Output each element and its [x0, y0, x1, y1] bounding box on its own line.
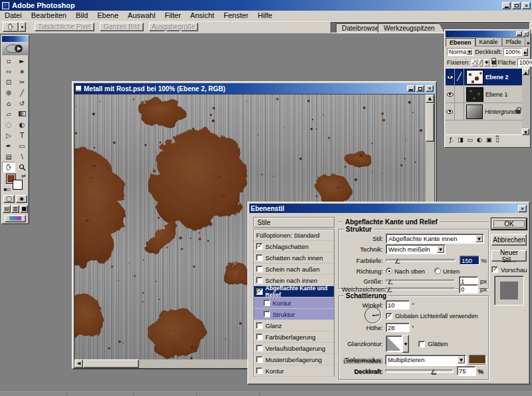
palette-minimize-button[interactable] — [516, 31, 522, 37]
zoom-tool[interactable] — [15, 162, 29, 172]
new-group-button[interactable]: ▭ — [467, 136, 473, 143]
brush-tool[interactable]: ╱ — [15, 87, 29, 98]
lock-pixels-button[interactable]: ╱ — [479, 59, 483, 67]
print-size-button[interactable]: Ausgabegröße — [149, 23, 198, 31]
menu-auswahl[interactable]: Auswahl — [123, 11, 160, 21]
menu-ansicht[interactable]: Ansicht — [186, 11, 219, 21]
fit-on-screen-button[interactable]: Ganzes Bild — [100, 23, 144, 31]
fullscreen-button[interactable]: ■ — [20, 205, 28, 213]
cancel-button[interactable]: Abbrechen — [491, 234, 527, 246]
layer-row-ebene2[interactable]: ╱ Ebene 2 — [446, 69, 523, 86]
hand-tool[interactable] — [2, 162, 15, 172]
menu-fenster[interactable]: Fenster — [219, 11, 253, 21]
layer-thumbnail[interactable] — [466, 104, 483, 119]
visibility-cell[interactable] — [446, 69, 455, 86]
palette-scrollbar[interactable]: ▲ ▼ — [522, 69, 529, 135]
standard-mode-button[interactable]: ◯ — [3, 195, 15, 203]
delete-layer-button[interactable]: ▯ — [495, 136, 499, 143]
maximize-button[interactable] — [512, 2, 521, 9]
clone-stamp-tool[interactable]: ⌂ — [2, 98, 15, 108]
layer-row-ebene1[interactable]: Ebene 1 — [446, 86, 523, 103]
checkbox[interactable] — [256, 243, 263, 250]
doc-minimize-button[interactable] — [407, 85, 415, 92]
jump-to-imageready-button[interactable] — [5, 215, 26, 222]
slider-thumb[interactable] — [395, 258, 401, 264]
glaetten-checkbox[interactable] — [418, 341, 425, 347]
contour-arrow-icon[interactable]: ▼ — [402, 335, 409, 353]
eyedropper-tool[interactable]: ∖ — [15, 151, 29, 162]
deckkraft2-field[interactable]: 75 — [457, 366, 475, 375]
palette-close-button[interactable]: × — [523, 31, 529, 37]
checkbox[interactable] — [256, 266, 263, 272]
tab-kanaele[interactable]: Kanäle — [475, 37, 502, 46]
new-style-button[interactable]: Neuer Stil... — [491, 250, 527, 262]
quick-mask-mode-button[interactable]: ◉ — [16, 195, 27, 203]
list-item-schein-nach-aussen[interactable]: Schein nach außen — [254, 264, 334, 275]
list-item-abgeflachte-kante[interactable]: Abgeflachte Kante und Relief — [254, 286, 334, 297]
app-titlebar[interactable]: Adobe Photoshop × — [0, 0, 532, 11]
visibility-cell[interactable] — [446, 103, 455, 120]
tiefenmodus-select[interactable]: Multiplizieren▼ — [385, 355, 466, 365]
pen-tool[interactable]: ✒ — [2, 140, 15, 151]
richtung-nach-oben-radio[interactable] — [386, 268, 392, 274]
dodge-tool[interactable]: ◐ — [15, 119, 29, 130]
tab-werkzeugspitzen[interactable]: Werkzeugspitzen — [378, 23, 444, 33]
photoshop-logo[interactable] — [2, 42, 29, 55]
gloss-contour-thumbnail[interactable] — [386, 335, 402, 352]
checkbox[interactable] — [256, 277, 263, 284]
visibility-cell[interactable] — [446, 86, 455, 103]
slider-thumb[interactable] — [388, 279, 394, 285]
lock-position-button[interactable]: ✚ — [484, 59, 489, 67]
slider-thumb[interactable] — [431, 369, 437, 375]
type-tool[interactable]: T — [15, 130, 29, 140]
fill-field[interactable]: 100% — [517, 59, 532, 67]
move-tool[interactable]: ► — [15, 55, 29, 66]
tab-pfade[interactable]: Pfade — [502, 37, 526, 46]
scroll-left-icon[interactable]: ◀ — [74, 359, 83, 368]
menu-bearbeiten[interactable]: Bearbeiten — [27, 11, 71, 21]
groesse-slider[interactable] — [386, 280, 455, 282]
scroll-up-icon[interactable]: ▲ — [522, 69, 529, 75]
technik-select[interactable]: Weich meißeln▼ — [386, 244, 446, 254]
weichzeichnen-field[interactable]: 0 — [459, 284, 478, 294]
history-brush-tool[interactable]: ↺ — [15, 98, 29, 108]
richtung-unten-radio[interactable] — [434, 268, 441, 274]
checkbox[interactable] — [256, 345, 263, 351]
stil-select[interactable]: Abgeflachte Kante innen▼ — [386, 234, 484, 244]
menu-filter[interactable]: Filter — [160, 11, 186, 21]
shape-tool[interactable]: ▭ — [15, 140, 29, 151]
list-item-struktur-sub[interactable]: Struktur — [254, 309, 334, 320]
healing-brush-tool[interactable]: ⊕ — [2, 87, 15, 98]
farbtiefe-field[interactable]: 150 — [460, 256, 479, 265]
new-layer-button[interactable]: ▣ — [486, 136, 492, 143]
scroll-down-icon[interactable]: ▼ — [522, 128, 529, 135]
layer-thumbnail[interactable] — [466, 70, 483, 85]
shadow-color-swatch[interactable] — [469, 355, 486, 364]
lock-transparency-button[interactable] — [471, 59, 477, 67]
actual-pixels-button[interactable]: Tatsächliche Pixel — [35, 23, 94, 31]
checkbox[interactable] — [256, 356, 263, 363]
list-item-farbueberlagerung[interactable]: Farbüberlagerung — [254, 331, 334, 343]
list-item-musterueberlagerung[interactable]: Musterüberlagerung — [254, 354, 334, 365]
hoehe-field[interactable]: 28 — [386, 323, 410, 332]
list-item-fulloptionen[interactable]: Fülloptionen: Standard — [254, 230, 334, 241]
add-layer-style-button[interactable]: ƒ. — [450, 136, 454, 143]
preview-checkbox[interactable] — [491, 266, 498, 273]
add-mask-button[interactable]: ◨ — [458, 136, 464, 143]
palette-titlebar[interactable]: × — [446, 31, 529, 37]
ok-button[interactable]: OK — [491, 218, 527, 230]
link-cell[interactable] — [455, 86, 464, 103]
palette-menu-icon[interactable]: ▸ — [525, 40, 532, 46]
blend-mode-select[interactable]: Normal▼ — [447, 48, 473, 56]
checkbox[interactable] — [256, 254, 263, 261]
tool-preset-arrow-icon[interactable]: ▼ — [19, 22, 26, 32]
crop-tool[interactable]: ⊡ — [2, 77, 15, 87]
list-item-glanz[interactable]: Glanz — [254, 320, 334, 331]
lasso-tool[interactable]: ∾ — [2, 66, 15, 77]
menu-datei[interactable]: Datei — [0, 11, 27, 21]
eraser-tool[interactable]: ▱ — [2, 108, 15, 119]
menu-bild[interactable]: Bild — [71, 11, 92, 21]
checkbox[interactable] — [263, 299, 270, 306]
winkel-field[interactable]: 10 — [386, 300, 410, 309]
doc-close-button[interactable]: × — [426, 85, 434, 92]
